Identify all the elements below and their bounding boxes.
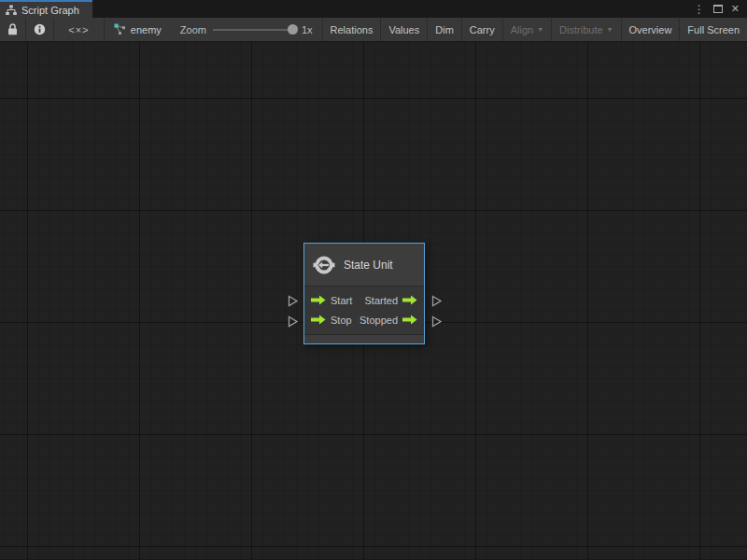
align-button[interactable]: Align ▼ — [502, 18, 551, 41]
maximize-icon[interactable] — [713, 5, 723, 13]
port-label-stopped: Stopped — [359, 315, 398, 326]
zoom-control: Zoom 1x — [171, 18, 322, 41]
distribute-label: Distribute — [559, 24, 602, 35]
zoom-value: 1x — [302, 24, 313, 35]
chevron-down-icon: ▼ — [537, 26, 543, 33]
node-footer — [304, 334, 424, 343]
output-arrow-icon[interactable] — [402, 295, 417, 305]
align-label: Align — [511, 24, 533, 35]
port-row: Start Started — [304, 290, 424, 310]
carry-button[interactable]: Carry — [461, 18, 502, 41]
output-port-triangle[interactable] — [431, 315, 443, 328]
graph-icon — [114, 23, 126, 35]
tab-label: Script Graph — [21, 5, 79, 16]
zoom-slider[interactable] — [213, 29, 295, 31]
panel-menu-icon[interactable]: ⋮ — [694, 4, 705, 15]
output-arrow-icon[interactable] — [402, 315, 417, 325]
state-unit-icon — [313, 255, 335, 275]
relations-button[interactable]: Relations — [322, 18, 381, 41]
output-port-triangle[interactable] — [431, 295, 443, 307]
dim-button[interactable]: Dim — [427, 18, 461, 41]
lock-icon — [7, 23, 18, 35]
fullscreen-button[interactable]: Full Screen — [679, 18, 747, 41]
zoom-slider-knob[interactable] — [288, 24, 298, 35]
lock-button[interactable] — [0, 18, 26, 41]
window-controls: ⋮ ✕ — [694, 0, 747, 18]
zoom-label: Zoom — [180, 24, 206, 35]
port-label-stop: Stop — [331, 315, 352, 326]
overview-label: Overview — [629, 24, 672, 35]
state-unit-node[interactable]: State Unit Start Started Stop — [303, 243, 425, 344]
node-title: State Unit — [344, 259, 393, 272]
relations-label: Relations — [331, 24, 374, 35]
distribute-button[interactable]: Distribute ▼ — [551, 18, 620, 41]
input-arrow-icon[interactable] — [311, 315, 326, 325]
input-arrow-icon[interactable] — [311, 295, 326, 305]
port-label-start: Start — [331, 295, 352, 306]
dim-label: Dim — [435, 24, 454, 35]
port-row: Stop Stopped — [304, 310, 424, 329]
graph-reference[interactable]: enemy — [105, 18, 171, 41]
node-header[interactable]: State Unit — [304, 244, 424, 287]
tab-script-graph[interactable]: Script Graph — [0, 0, 92, 18]
fullscreen-label: Full Screen — [687, 24, 740, 35]
port-label-started: Started — [365, 295, 398, 306]
script-graph-icon — [6, 5, 17, 16]
input-port-triangle[interactable] — [288, 315, 299, 328]
overview-button[interactable]: Overview — [621, 18, 680, 41]
graph-toolbar: <×> enemy Zoom 1x Relations Values Dim C… — [0, 18, 747, 42]
values-button[interactable]: Values — [380, 18, 427, 41]
node-ports: Start Started Stop Stopped — [304, 287, 424, 334]
chevron-down-icon: ▼ — [607, 26, 613, 33]
graph-name-label: enemy — [131, 24, 162, 35]
carry-label: Carry — [470, 24, 495, 35]
tab-bar: Script Graph ⋮ ✕ — [0, 0, 747, 18]
info-button[interactable] — [26, 18, 54, 41]
info-icon — [34, 23, 46, 35]
input-port-triangle[interactable] — [288, 295, 299, 307]
graph-canvas[interactable]: State Unit Start Started Stop — [0, 42, 747, 559]
close-icon[interactable]: ✕ — [731, 4, 740, 14]
code-view-toggle[interactable]: <×> — [54, 18, 105, 41]
values-label: Values — [388, 24, 419, 35]
